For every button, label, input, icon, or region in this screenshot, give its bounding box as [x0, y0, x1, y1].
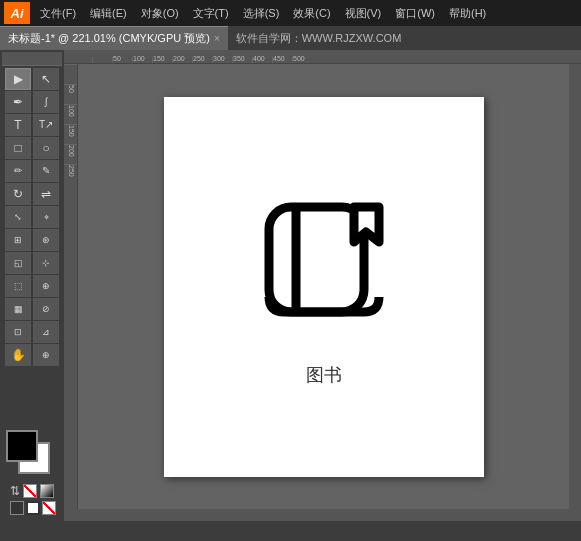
live-paint-icon: ⬚ [14, 282, 23, 291]
artboard-tool[interactable]: ⊡ [5, 321, 31, 343]
ruler-left-mark: 100 [64, 104, 77, 124]
menu-help[interactable]: 帮助(H) [443, 4, 492, 23]
slice-tool[interactable]: ⊘ [33, 298, 59, 320]
ruler-left-mark: 250 [64, 164, 77, 184]
touch-type-icon: T↗ [39, 120, 53, 130]
ruler-mark: 500 [292, 57, 312, 63]
fill-icon[interactable] [10, 501, 24, 515]
slice-icon: ⊘ [42, 305, 50, 314]
mesh-icon: ⊹ [42, 259, 50, 268]
pen-tool[interactable]: ✒ [5, 91, 31, 113]
menu-effect[interactable]: 效果(C) [287, 4, 336, 23]
tab-inactive[interactable]: 软件自学网：WWW.RJZXW.COM [228, 26, 410, 50]
column-graph-tool[interactable]: ▦ [5, 298, 31, 320]
swap-colors-icon[interactable]: ⇅ [10, 484, 20, 498]
hand-icon: ✋ [11, 349, 26, 361]
none-icon[interactable] [42, 501, 56, 515]
ruler-left-mark [64, 64, 77, 84]
artboard-icon: ⊡ [14, 328, 22, 337]
menu-window[interactable]: 窗口(W) [389, 4, 441, 23]
menu-view[interactable]: 视图(V) [339, 4, 388, 23]
mesh-tool[interactable]: ⊹ [33, 252, 59, 274]
reflect-tool[interactable]: ⇌ [33, 183, 59, 205]
free-transform-icon: ⊞ [14, 236, 22, 245]
gradient-swatch[interactable] [40, 484, 54, 498]
menu-edit[interactable]: 编辑(E) [84, 4, 133, 23]
direct-select-tool[interactable]: ↖ [33, 68, 59, 90]
tool-row-8: ⊞ ⊛ [2, 229, 62, 251]
canvas-content[interactable]: 图书 [78, 64, 569, 509]
pencil-tool[interactable]: ✎ [33, 160, 59, 182]
eyedropper-tool[interactable]: ⊿ [33, 321, 59, 343]
scrollbar-horizontal[interactable] [64, 509, 581, 521]
curvature-icon: ∫ [45, 97, 48, 107]
toolbar: ▶ ↖ ✒ ∫ T T↗ □ [0, 50, 64, 521]
menu-file[interactable]: 文件(F) [34, 4, 82, 23]
select-icon: ▶ [14, 73, 23, 85]
tool-row-2: ✒ ∫ [2, 91, 62, 113]
swatch-row: ⇅ [10, 484, 58, 498]
tool-row-10: ⬚ ⊕ [2, 275, 62, 297]
tool-row-5: ✏ ✎ [2, 160, 62, 182]
ruler-mark: 250 [192, 57, 212, 63]
rotate-tool[interactable]: ↻ [5, 183, 31, 205]
none-swatch[interactable] [23, 484, 37, 498]
curvature-tool[interactable]: ∫ [33, 91, 59, 113]
tool-row-13: ✋ ⊕ [2, 344, 62, 366]
type-icon: T [14, 119, 21, 131]
pen-icon: ✒ [13, 96, 23, 108]
ruler-left-mark: 150 [64, 124, 77, 144]
select-tool[interactable]: ▶ [5, 68, 31, 90]
paintbrush-tool[interactable]: ✏ [5, 160, 31, 182]
rect-tool[interactable]: □ [5, 137, 31, 159]
tab-bar: 未标题-1* @ 221.01% (CMYK/GPU 预览) × 软件自学网：W… [0, 26, 581, 50]
puppet-warp-tool[interactable]: ⊛ [33, 229, 59, 251]
shape-builder-tool[interactable]: ⊕ [33, 275, 59, 297]
gradient-tool[interactable]: ◱ [5, 252, 31, 274]
scale-tool[interactable]: ⤡ [5, 206, 31, 228]
menu-select[interactable]: 选择(S) [237, 4, 286, 23]
warp-tool[interactable]: ⌖ [33, 206, 59, 228]
ruler-mark: 350 [232, 57, 252, 63]
direct-select-icon: ↖ [41, 73, 51, 85]
puppet-warp-icon: ⊛ [42, 236, 50, 245]
tab-close-button[interactable]: × [214, 33, 220, 44]
ruler-marks-top: 50 100 150 200 250 300 350 400 450 500 [92, 57, 312, 63]
svg-marker-2 [354, 207, 379, 242]
menu-type[interactable]: 文字(T) [187, 4, 235, 23]
ellipse-icon: ○ [42, 142, 49, 154]
tool-row-4: □ ○ [2, 137, 62, 159]
toolbar-ruler [2, 52, 62, 66]
tab-inactive-label: 软件自学网：WWW.RJZXW.COM [236, 31, 402, 46]
hand-tool[interactable]: ✋ [5, 344, 31, 366]
book-svg-icon [244, 187, 404, 347]
free-transform-tool[interactable]: ⊞ [5, 229, 31, 251]
ruler-mark: 100 [132, 57, 152, 63]
live-paint-tool[interactable]: ⬚ [5, 275, 31, 297]
gradient-icon: ◱ [14, 259, 23, 268]
reflect-icon: ⇌ [41, 188, 51, 200]
touch-type-tool[interactable]: T↗ [33, 114, 59, 136]
bottom-bar [0, 521, 581, 541]
tab-active-label: 未标题-1* @ 221.01% (CMYK/GPU 预览) [8, 31, 210, 46]
color-swatches [6, 430, 60, 480]
zoom-tool[interactable]: ⊕ [33, 344, 59, 366]
ruler-mark: 400 [252, 57, 272, 63]
column-graph-icon: ▦ [14, 305, 23, 314]
menu-object[interactable]: 对象(O) [135, 4, 185, 23]
canvas-with-ruler: 50 100 150 200 250 300 350 400 450 500 [64, 50, 581, 521]
ellipse-tool[interactable]: ○ [33, 137, 59, 159]
foreground-color-swatch[interactable] [6, 430, 38, 462]
type-tool[interactable]: T [5, 114, 31, 136]
book-label: 图书 [306, 363, 342, 387]
tool-row-11: ▦ ⊘ [2, 298, 62, 320]
scrollbar-vertical[interactable] [569, 64, 581, 509]
canvas-area[interactable]: 50 100 150 200 250 300 350 400 450 500 [64, 50, 581, 521]
rotate-icon: ↻ [13, 188, 23, 200]
stroke-icon[interactable] [26, 501, 40, 515]
ruler-top: 50 100 150 200 250 300 350 400 450 500 [64, 50, 581, 64]
warp-icon: ⌖ [44, 213, 49, 222]
tab-active[interactable]: 未标题-1* @ 221.01% (CMYK/GPU 预览) × [0, 26, 228, 50]
tool-row-6: ↻ ⇌ [2, 183, 62, 205]
app-logo: Ai [4, 2, 30, 24]
